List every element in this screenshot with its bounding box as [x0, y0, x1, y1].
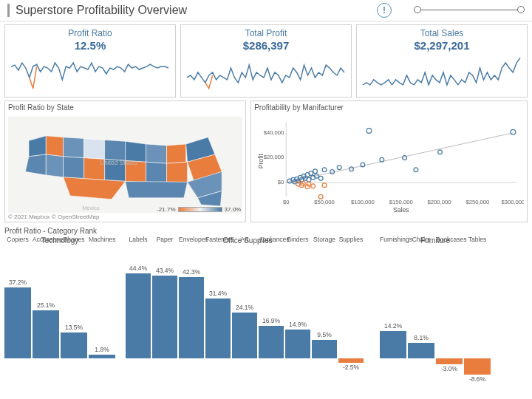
- svg-text:United States: United States: [100, 159, 137, 166]
- bars-container: Labels44.4%Paper43.4%Envelopes42.3%Faste…: [126, 246, 369, 358]
- info-icon[interactable]: !: [377, 3, 392, 18]
- kpi-label: Total Sales: [361, 28, 522, 38]
- svg-line-17: [286, 133, 513, 183]
- map-title: Profit Ratio by State: [8, 103, 242, 112]
- svg-text:$50,000: $50,000: [314, 199, 335, 205]
- bar-group: TechnologyCopiers37.2%Accessories25.1%Ph…: [4, 236, 115, 358]
- svg-text:$40,000: $40,000: [264, 129, 284, 136]
- bar[interactable]: Supplies-2.5%: [338, 246, 364, 358]
- svg-point-31: [313, 169, 318, 174]
- svg-point-40: [380, 157, 384, 162]
- bar[interactable]: Envelopes42.3%: [179, 246, 204, 358]
- bar-group: FurnitureFurnishings14.2%Chairs8.1%Bookc…: [380, 236, 491, 358]
- svg-text:$300,000: $300,000: [502, 199, 524, 205]
- svg-text:Mexico: Mexico: [82, 205, 100, 211]
- kpi-label: Total Profit: [185, 28, 347, 38]
- sparkline-total-sales: [361, 52, 522, 92]
- bars-title: Profit Ratio - Category Rank: [4, 227, 528, 235]
- bar[interactable]: Art24.1%: [232, 246, 257, 358]
- bar-group: Office SuppliesLabels44.4%Paper43.4%Enve…: [126, 236, 369, 358]
- bar[interactable]: Binders14.9%: [285, 246, 310, 358]
- map-panel[interactable]: Profit Ratio by State: [4, 100, 246, 222]
- svg-point-34: [322, 168, 327, 172]
- svg-text:$250,000: $250,000: [466, 199, 490, 205]
- scatter-title: Profitability by Manifacturer: [254, 103, 524, 112]
- map-legend: -21.7% 37.0%: [157, 206, 241, 213]
- bar[interactable]: Copiers37.2%: [4, 246, 31, 358]
- bars-container: Copiers37.2%Accessories25.1%Phones13.5%M…: [4, 246, 115, 358]
- bar[interactable]: Tables-8.6%: [464, 246, 491, 358]
- kpi-row: Profit Ratio 12.5% Total Profit $286,397…: [0, 21, 532, 100]
- map-attribution: © 2021 Mapbox © OpenStreetMap: [8, 214, 99, 220]
- bar[interactable]: Fasteners31.4%: [205, 246, 231, 358]
- sparkline-total-profit: [185, 52, 347, 92]
- svg-point-52: [322, 183, 327, 188]
- us-map: United States Mexico: [8, 113, 242, 216]
- svg-point-50: [311, 184, 316, 188]
- kpi-total-sales[interactable]: Total Sales $2,297,201: [356, 24, 528, 98]
- bars-groups: TechnologyCopiers37.2%Accessories25.1%Ph…: [4, 236, 528, 358]
- bars-container: Furnishings14.2%Chairs8.1%Bookcases-3.0%…: [380, 246, 491, 358]
- scatter-plot: $0 $20,000 $40,000 $0 $50,000 $100,000 $…: [254, 113, 524, 216]
- bar[interactable]: Labels44.4%: [126, 246, 151, 358]
- range-slider[interactable]: [414, 3, 525, 18]
- svg-text:$20,000: $20,000: [264, 154, 284, 160]
- svg-point-38: [361, 163, 365, 167]
- svg-text:Profit: Profit: [257, 154, 265, 169]
- bars-section: Profit Ratio - Category Rank TechnologyC…: [0, 225, 532, 358]
- svg-point-42: [414, 168, 418, 172]
- svg-point-41: [403, 156, 407, 160]
- kpi-profit-ratio[interactable]: Profit Ratio 12.5%: [4, 24, 176, 98]
- svg-point-33: [319, 176, 324, 180]
- kpi-value: $286,397: [185, 39, 347, 52]
- svg-text:$0: $0: [283, 199, 290, 205]
- page-title: Superstore Profitability Overview: [7, 4, 377, 17]
- svg-text:$100,000: $100,000: [351, 199, 375, 205]
- kpi-value: 12.5%: [10, 39, 171, 52]
- bar[interactable]: Appliances16.9%: [259, 246, 284, 358]
- kpi-total-profit[interactable]: Total Profit $286,397: [180, 24, 352, 98]
- svg-point-39: [366, 129, 372, 134]
- svg-point-43: [438, 150, 443, 154]
- bar[interactable]: Paper43.4%: [152, 246, 177, 358]
- bar[interactable]: Furnishings14.2%: [380, 246, 406, 358]
- bar[interactable]: Phones13.5%: [61, 246, 87, 358]
- kpi-label: Profit Ratio: [10, 28, 171, 38]
- svg-text:$0: $0: [278, 179, 284, 185]
- svg-point-37: [349, 167, 354, 171]
- kpi-value: $2,297,201: [361, 39, 522, 52]
- svg-text:$150,000: $150,000: [389, 199, 413, 205]
- svg-text:Sales: Sales: [393, 206, 409, 214]
- svg-point-36: [338, 166, 342, 170]
- svg-text:$200,000: $200,000: [428, 199, 451, 205]
- scatter-panel[interactable]: Profitability by Manifacturer $0 $20,000…: [250, 100, 528, 222]
- bar[interactable]: Chairs8.1%: [408, 246, 434, 358]
- header: Superstore Profitability Overview !: [0, 0, 532, 21]
- bar[interactable]: Accessories25.1%: [33, 246, 59, 358]
- svg-point-44: [511, 129, 516, 134]
- bar[interactable]: Storage9.5%: [312, 246, 337, 358]
- bar[interactable]: Bookcases-3.0%: [436, 246, 463, 358]
- bar[interactable]: Machines1.8%: [89, 246, 115, 358]
- sparkline-profit-ratio: [10, 52, 171, 92]
- mid-row: Profit Ratio by State: [0, 100, 532, 225]
